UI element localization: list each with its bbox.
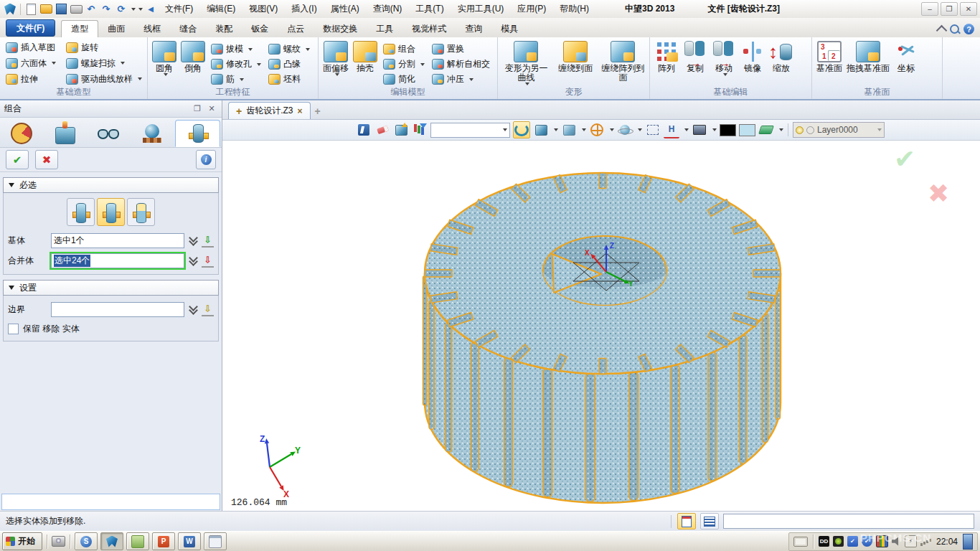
base-pick-icon[interactable]: ⇩ [202, 235, 214, 248]
rib-dropdown-icon[interactable] [240, 78, 244, 81]
face-offset-dropdown-icon[interactable] [335, 73, 339, 76]
panel-list-box[interactable] [1, 494, 220, 510]
tab-mold[interactable]: 模具 [491, 21, 527, 37]
tab-wireframe[interactable]: 线框 [134, 21, 170, 37]
revolve-button[interactable]: 旋转 [65, 41, 143, 55]
cancel-button[interactable]: ✖ [35, 150, 58, 169]
tab-tools[interactable]: 工具 [367, 21, 402, 37]
settings-section-header[interactable]: 设置 [3, 280, 219, 296]
display-mode-dropdown-icon[interactable] [582, 128, 586, 131]
taskbar-app-powerpoint[interactable]: P [152, 532, 175, 550]
help-icon[interactable]: ? [963, 24, 974, 34]
mirror-button[interactable]: 镜像 [740, 39, 765, 73]
new-tab-button[interactable]: + [315, 105, 325, 119]
shade-mode-button[interactable] [533, 122, 549, 138]
save-file-icon[interactable] [54, 2, 68, 16]
base-expand-icon[interactable] [188, 237, 198, 245]
spiral-sweep-button[interactable]: 螺旋扫掠 [65, 57, 143, 70]
redo-icon[interactable]: ↷ [99, 2, 113, 16]
erase-button[interactable] [374, 122, 390, 138]
panel-tab-gauge[interactable] [0, 120, 44, 147]
driven-loft-button[interactable]: 驱动曲线放样 [65, 72, 143, 86]
filter-combobox[interactable] [430, 123, 510, 138]
morph-to-curve-dropdown-icon[interactable] [525, 83, 529, 85]
modify-hole-button[interactable]: 修改孔 [209, 57, 263, 71]
move-dropdown-icon[interactable] [723, 73, 727, 76]
tab-inquire[interactable]: 查询 [456, 21, 491, 37]
viewport-3d[interactable]: ZYXZYX✔✖ 126.064 mm [222, 141, 980, 511]
face-color-button[interactable] [758, 122, 774, 138]
punch-dropdown-icon[interactable] [469, 78, 473, 81]
tab-close-icon[interactable]: × [298, 106, 303, 116]
menu-attributes[interactable]: 属性(A) [324, 0, 366, 18]
menu-edit[interactable]: 编辑(E) [200, 0, 242, 18]
taskbar-app-calculator[interactable] [204, 532, 227, 550]
background-button[interactable] [692, 122, 707, 138]
divide-button[interactable]: 分割 [382, 57, 426, 71]
color-swatch-black[interactable] [720, 124, 736, 136]
chamfer-button[interactable]: 倒角 [181, 39, 205, 73]
menu-applications[interactable]: 应用(P) [511, 0, 552, 18]
thread-button[interactable]: 螺纹 [267, 42, 311, 56]
merge-expand-icon[interactable] [188, 258, 198, 265]
simplify-button[interactable]: 简化 [382, 72, 426, 86]
close-button[interactable]: ✕ [960, 2, 977, 16]
fillet-dropdown-icon[interactable] [164, 73, 168, 76]
merge-pick-icon[interactable]: ⇩ [202, 255, 214, 268]
collapse-ribbon-icon[interactable] [936, 25, 948, 37]
datum-plane-button[interactable]: 312 基准面 [816, 39, 842, 73]
print-icon[interactable] [69, 2, 83, 16]
panel-close-icon[interactable]: ✕ [206, 104, 217, 113]
taskbar-app-word[interactable]: W [178, 532, 201, 550]
tab-sheetmetal[interactable]: 钣金 [242, 21, 278, 37]
panel-tab-visibility[interactable] [87, 120, 131, 147]
quickbar-dropdown-icon[interactable] [138, 8, 143, 11]
power-plug-icon[interactable]: ⚡ [905, 535, 917, 547]
tray-dd-icon[interactable]: DD [819, 536, 829, 547]
constraint-dropdown-icon[interactable] [684, 128, 689, 131]
screenshot-tool-icon[interactable] [52, 536, 65, 547]
menu-file[interactable]: 文件(F) [159, 0, 199, 18]
menu-help[interactable]: 帮助(H) [553, 0, 595, 18]
morph-to-curve-button[interactable]: 变形为另一曲线 [502, 39, 550, 85]
info-button[interactable]: i [196, 150, 216, 169]
move-button[interactable]: 移动 [712, 39, 736, 76]
show-desktop-button[interactable] [963, 534, 973, 550]
pattern-button[interactable]: 阵列 [654, 39, 679, 73]
restore-button[interactable]: ❐ [941, 2, 958, 16]
tab-assembly[interactable]: 装配 [206, 21, 242, 37]
divide-dropdown-icon[interactable] [420, 63, 425, 66]
menu-tools[interactable]: 工具(T) [409, 0, 450, 18]
collapse-left-icon[interactable]: ◀ [143, 2, 158, 16]
wireframe-button[interactable] [589, 122, 605, 138]
fillet-button[interactable]: 圆角 [152, 39, 176, 76]
background-dropdown-icon[interactable] [712, 128, 717, 131]
box-dropdown-icon[interactable] [52, 62, 56, 65]
menu-utilities[interactable]: 实用工具(U) [451, 0, 511, 18]
drag-datum-button[interactable]: 拖拽基准面 [847, 39, 890, 73]
network-signal-icon[interactable] [920, 537, 931, 546]
panel-restore-icon[interactable]: ❐ [192, 104, 203, 113]
modify-hole-dropdown-icon[interactable] [257, 63, 261, 66]
start-button[interactable]: 开始 [2, 532, 42, 550]
tab-visual-style[interactable]: 视觉样式 [402, 21, 456, 37]
speaker-icon[interactable] [892, 537, 901, 546]
combine-button[interactable]: 组合 [382, 42, 426, 56]
file-menu-button[interactable]: 文件(F) [6, 19, 55, 37]
copy-button[interactable]: 复制 [683, 39, 707, 73]
prompt-panel-toggle[interactable] [677, 513, 696, 529]
wrap-array-to-face-button[interactable]: 缠绕阵列到面 [601, 39, 645, 83]
tab-pointcloud[interactable]: 点云 [278, 21, 314, 37]
color-swatch-lightblue[interactable] [739, 124, 755, 136]
keyboard-icon[interactable] [793, 537, 808, 547]
taskbar-app-browser[interactable]: S [75, 532, 98, 550]
bool-add-button[interactable] [67, 198, 95, 226]
render-mode-dropdown-icon[interactable] [638, 128, 642, 131]
panel-tab-solid[interactable] [175, 120, 220, 147]
find-command-icon[interactable] [950, 24, 959, 34]
display-mode-button[interactable] [561, 122, 577, 138]
pick-filter-button[interactable] [412, 122, 428, 138]
merge-input[interactable]: 选中24个 [51, 253, 184, 268]
menu-inquire[interactable]: 查询(N) [367, 0, 409, 18]
bool-remove-button[interactable] [97, 198, 125, 226]
